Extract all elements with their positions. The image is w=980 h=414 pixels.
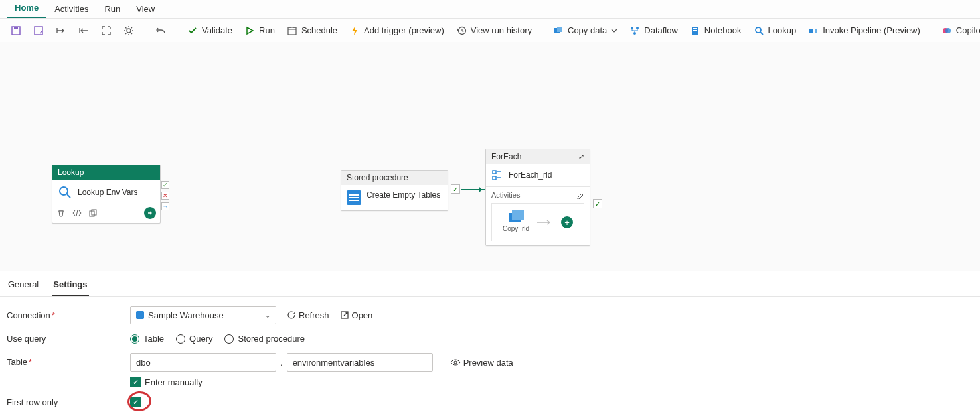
chevron-down-icon: ⌄ — [265, 312, 270, 319]
history-icon — [456, 25, 467, 36]
radio-icon — [176, 334, 185, 344]
svg-point-25 — [454, 361, 457, 364]
add-trigger-button[interactable]: Add trigger (preview) — [344, 23, 449, 38]
connector-arrow — [461, 189, 485, 190]
collapse-right-icon — [78, 25, 89, 36]
radio-icon — [130, 334, 139, 344]
undo-button[interactable] — [150, 23, 171, 38]
first-row-only-checkbox[interactable]: ✓ — [130, 397, 141, 407]
tab-settings[interactable]: Settings — [52, 277, 88, 296]
add-activity-button[interactable]: + — [561, 216, 573, 228]
tab-general[interactable]: General — [7, 277, 40, 296]
svg-point-14 — [756, 27, 761, 33]
port-success-icon[interactable]: ✓ — [451, 184, 460, 194]
svg-point-18 — [945, 28, 951, 33]
node-sp-type: Stored procedure — [341, 171, 448, 185]
node-foreach[interactable]: ForEach ⤢ ForEach_rld Activities Copy_rl… — [485, 149, 590, 246]
foreach-icon — [491, 169, 503, 181]
enter-manually-label: Enter manually — [145, 378, 203, 387]
view-run-history-button[interactable]: View run history — [451, 23, 537, 38]
refresh-icon — [287, 310, 296, 320]
play-icon — [244, 25, 255, 36]
notebook-button[interactable]: Notebook — [685, 23, 747, 38]
schedule-button[interactable]: Schedule — [282, 23, 343, 38]
delete-icon[interactable] — [56, 208, 66, 218]
first-row-only-label: First row only — [7, 397, 130, 407]
node-lookup[interactable]: Lookup Lookup Env Vars ✓ ✕ → — [52, 165, 161, 224]
lightning-icon — [349, 25, 360, 36]
svg-point-3 — [127, 29, 131, 33]
code-icon[interactable] — [72, 208, 82, 218]
open-button[interactable]: Open — [340, 310, 373, 320]
tab-view[interactable]: View — [128, 1, 163, 18]
svg-rect-13 — [693, 30, 697, 31]
copy-icon — [509, 213, 521, 222]
port-success-icon[interactable]: ✓ — [161, 181, 169, 189]
save-as-button[interactable] — [28, 23, 49, 38]
pipeline-canvas[interactable]: Lookup Lookup Env Vars ✓ ✕ → Stored proc… — [0, 42, 980, 271]
copy-data-label: Copy data — [568, 25, 607, 35]
tab-run[interactable]: Run — [96, 1, 128, 18]
invoke-pipeline-label: Invoke Pipeline (Preview) — [823, 25, 920, 35]
svg-point-10 — [633, 32, 636, 34]
lookup-icon — [754, 25, 764, 36]
save-icon — [11, 25, 21, 36]
calendar-icon — [287, 25, 297, 36]
node-sp-name: Create Empty Tables — [367, 190, 440, 205]
dataflow-button[interactable]: Dataflow — [624, 23, 683, 38]
node-lookup-name: Lookup Env Vars — [78, 188, 138, 197]
copy-data-button[interactable]: Copy data — [548, 23, 623, 38]
port-success-icon[interactable]: ✓ — [593, 199, 602, 208]
fit-button[interactable] — [96, 23, 117, 38]
port-skip-icon[interactable]: → — [161, 202, 169, 210]
save-button[interactable] — [5, 23, 27, 38]
toolbar: Validate Run Schedule Add trigger (previ… — [0, 19, 980, 42]
node-run-icon[interactable] — [144, 207, 156, 219]
add-trigger-label: Add trigger (preview) — [364, 25, 444, 35]
edit-icon[interactable] — [576, 191, 584, 199]
search-icon — [58, 185, 72, 200]
properties-tabs: General Settings — [0, 271, 980, 297]
radio-icon — [224, 334, 234, 344]
svg-rect-7 — [557, 27, 562, 32]
open-icon — [340, 310, 349, 320]
connection-dropdown[interactable]: Sample Warehouse ⌄ — [130, 306, 276, 324]
inner-copy-activity[interactable]: Copy_rld — [503, 213, 529, 232]
expand-icon[interactable]: ⤢ — [578, 153, 584, 161]
node-stored-procedure[interactable]: Stored procedure Create Empty Tables — [341, 170, 448, 211]
validate-button[interactable]: Validate — [182, 23, 238, 38]
collapse-right-button[interactable] — [73, 23, 94, 38]
use-query-label: Use query — [7, 334, 130, 344]
undo-icon — [155, 25, 166, 36]
connection-value: Sample Warehouse — [148, 310, 224, 320]
copy-data-icon — [553, 25, 564, 36]
copilot-label: Copilot — [956, 25, 980, 35]
schedule-label: Schedule — [301, 25, 337, 35]
expand-right-button[interactable] — [50, 23, 72, 38]
activities-label: Activities — [491, 191, 520, 199]
table-input[interactable]: environmentvariables — [287, 353, 433, 372]
tab-home[interactable]: Home — [7, 0, 46, 18]
clone-icon[interactable] — [88, 208, 98, 218]
required-indicator: * — [52, 310, 55, 320]
run-button[interactable]: Run — [239, 23, 280, 38]
connection-label: Connection — [7, 310, 50, 320]
copilot-button[interactable]: Copilot — [936, 23, 980, 38]
svg-rect-22 — [493, 171, 496, 174]
preview-data-button[interactable]: Preview data — [450, 358, 513, 368]
tab-activities[interactable]: Activities — [46, 1, 96, 18]
radio-query[interactable]: Query — [176, 334, 212, 344]
view-run-history-label: View run history — [471, 25, 532, 35]
lookup-toolbar-button[interactable]: Lookup — [748, 23, 802, 38]
preview-icon — [450, 358, 461, 366]
notebook-icon — [690, 25, 700, 36]
svg-rect-4 — [288, 27, 296, 34]
schema-input[interactable]: dbo — [130, 353, 276, 372]
radio-table[interactable]: Table — [130, 334, 164, 344]
enter-manually-checkbox[interactable]: ✓ — [130, 377, 141, 387]
radio-stored-procedure[interactable]: Stored procedure — [224, 334, 304, 344]
refresh-button[interactable]: Refresh — [287, 310, 329, 320]
port-fail-icon[interactable]: ✕ — [161, 192, 169, 200]
settings-button[interactable] — [118, 23, 139, 38]
invoke-pipeline-button[interactable]: Invoke Pipeline (Preview) — [803, 23, 926, 38]
